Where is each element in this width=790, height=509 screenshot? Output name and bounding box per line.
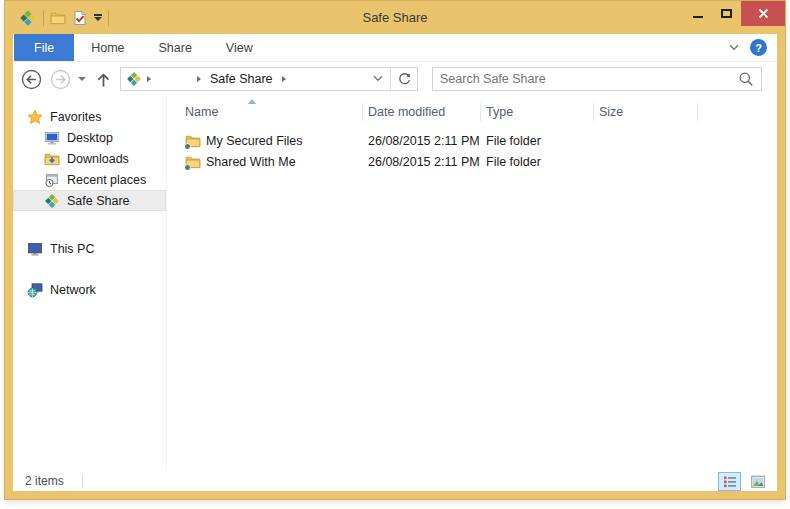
file-name: My Secured Files [206, 134, 303, 148]
toolbar-divider [108, 10, 109, 26]
file-name: Shared With Me [206, 155, 296, 169]
forward-button[interactable] [50, 69, 71, 90]
sidebar-item-this-pc[interactable]: This PC [13, 238, 166, 259]
details-view-button[interactable] [718, 472, 741, 491]
sidebar-item-desktop[interactable]: Desktop [13, 127, 166, 148]
address-dropdown-icon[interactable] [372, 70, 384, 88]
help-icon[interactable]: ? [750, 39, 767, 56]
thumbnails-view-icon [751, 475, 765, 488]
safe-share-logo-icon [44, 193, 60, 209]
star-icon [27, 109, 43, 125]
sidebar-item-favorites[interactable]: Favorites [13, 106, 166, 127]
column-header-date-modified[interactable]: Date modified [363, 103, 481, 121]
tab-home[interactable]: Home [74, 34, 141, 61]
column-header-row: Name Date modified Type Size [185, 101, 777, 123]
back-button[interactable] [21, 69, 42, 90]
sidebar-item-safe-share[interactable]: Safe Share [13, 190, 166, 211]
file-row[interactable]: Shared With Me 26/08/2015 2:11 PM File f… [185, 151, 777, 172]
column-header-size[interactable]: Size [594, 103, 698, 121]
file-list-pane: Name Date modified Type Size My Secured … [167, 96, 777, 471]
item-count: 2 items [25, 474, 64, 488]
recent-places-icon [44, 172, 60, 188]
tab-file[interactable]: File [14, 34, 74, 61]
downloads-icon [44, 151, 60, 167]
tab-view[interactable]: View [209, 34, 270, 61]
up-button[interactable] [95, 71, 112, 88]
details-view-icon [723, 475, 737, 488]
address-bar[interactable]: Safe Share [120, 67, 418, 91]
file-date-modified: 26/08/2015 2:11 PM [363, 155, 481, 169]
status-divider [82, 475, 83, 488]
history-dropdown-icon[interactable] [78, 77, 86, 81]
sidebar-item-label: Safe Share [67, 194, 130, 208]
sidebar-item-recent-places[interactable]: Recent places [13, 169, 166, 190]
breadcrumb-item[interactable]: Safe Share [206, 72, 277, 86]
navigation-pane: Favorites Desktop Downloads Recent place… [13, 96, 167, 471]
thumbnails-view-button[interactable] [746, 472, 769, 491]
sidebar-item-network[interactable]: Network [13, 279, 166, 300]
close-icon [758, 8, 769, 19]
quick-access-toolbar [13, 1, 109, 34]
breadcrumb-chevron-icon[interactable] [282, 76, 286, 82]
file-type: File folder [481, 134, 594, 148]
search-input[interactable] [440, 72, 738, 86]
desktop-icon [44, 130, 60, 146]
file-type: File folder [481, 155, 594, 169]
ribbon-tab-row: File Home Share View ? [13, 34, 777, 62]
sidebar-item-label: Recent places [67, 173, 146, 187]
file-row[interactable]: My Secured Files 26/08/2015 2:11 PM File… [185, 130, 777, 151]
window-title: Safe Share [13, 10, 777, 25]
sidebar-item-label: Favorites [50, 110, 101, 124]
title-bar[interactable]: Safe Share [13, 1, 777, 34]
sidebar-item-label: Network [50, 283, 96, 297]
secure-overlay-icon [185, 143, 191, 149]
breadcrumb-chevron-icon[interactable] [147, 76, 151, 82]
sidebar-item-downloads[interactable]: Downloads [13, 148, 166, 169]
customize-toolbar-caret-icon[interactable] [94, 14, 102, 21]
new-folder-icon[interactable] [50, 10, 66, 26]
safe-share-logo-icon[interactable] [19, 9, 37, 27]
minimize-button[interactable] [683, 1, 712, 26]
secure-overlay-icon [185, 164, 191, 170]
safe-share-logo-icon[interactable] [126, 71, 142, 87]
close-button[interactable] [741, 1, 785, 26]
properties-check-icon[interactable] [72, 10, 88, 26]
this-pc-icon [27, 241, 43, 257]
tab-share[interactable]: Share [142, 34, 209, 61]
sidebar-item-label: This PC [50, 242, 94, 256]
maximize-button[interactable] [712, 1, 741, 26]
search-icon[interactable] [738, 71, 754, 87]
folder-icon [185, 133, 201, 149]
folder-icon [185, 154, 201, 170]
navigation-bar: Safe Share [13, 62, 777, 96]
desktop-background: Safe Share File Home Share View ? [0, 0, 790, 509]
sidebar-item-label: Desktop [67, 131, 113, 145]
sidebar-item-label: Downloads [67, 152, 129, 166]
refresh-icon[interactable] [391, 68, 417, 90]
window-controls [683, 1, 785, 26]
column-header-name[interactable]: Name [185, 103, 363, 121]
toolbar-divider [43, 10, 44, 26]
file-date-modified: 26/08/2015 2:11 PM [363, 134, 481, 148]
column-header-type[interactable]: Type [481, 103, 594, 121]
network-icon [27, 282, 43, 298]
explorer-window: Safe Share File Home Share View ? [5, 1, 785, 499]
minimize-ribbon-chevron-icon[interactable] [728, 39, 740, 57]
sort-ascending-icon [248, 99, 256, 104]
status-bar: 2 items [13, 471, 777, 491]
search-box[interactable] [432, 67, 762, 91]
breadcrumb-chevron-icon[interactable] [197, 76, 201, 82]
